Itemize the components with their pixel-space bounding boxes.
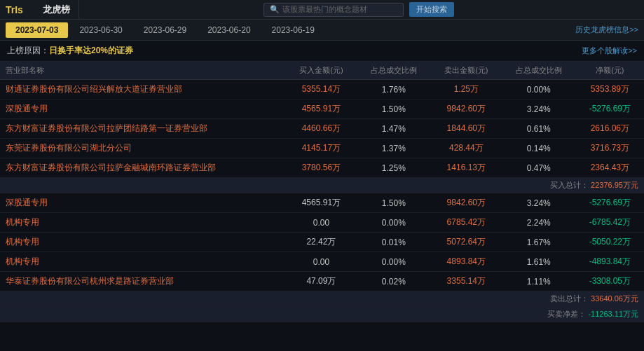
more-link[interactable]: 更多个股解读>> bbox=[582, 46, 637, 56]
row-buy: 4145.17万 bbox=[286, 139, 357, 158]
row-sell: 6785.42万 bbox=[431, 213, 502, 233]
row-net: 3716.73万 bbox=[576, 139, 644, 158]
row-net: 5353.89万 bbox=[576, 80, 644, 99]
tab-date-3[interactable]: 2023-06-20 bbox=[198, 22, 260, 38]
row-sell: 1416.13万 bbox=[431, 158, 502, 178]
tab-date-1[interactable]: 2023-06-30 bbox=[69, 22, 132, 38]
buy-total-row: 买入总计： 22376.95万元 bbox=[0, 178, 644, 193]
row-name: 机构专用 bbox=[0, 213, 286, 233]
row-buy-pct: 1.76% bbox=[357, 80, 431, 99]
row-net: -3308.05万 bbox=[576, 272, 644, 291]
tab-date-0[interactable]: 2023-07-03 bbox=[6, 22, 68, 38]
row-buy: 22.42万 bbox=[286, 233, 357, 252]
row-sell-pct: 0.14% bbox=[502, 139, 576, 158]
buy-row: 东方财富证券股份有限公司拉萨团结路第一证券营业部 4460.66万 1.47% … bbox=[0, 119, 644, 139]
row-name: 机构专用 bbox=[0, 233, 286, 252]
row-sell-pct: 1.11% bbox=[502, 272, 576, 291]
row-buy: 4460.66万 bbox=[286, 119, 357, 139]
sell-row: 机构专用 0.00 0.00% 6785.42万 2.24% -6785.42万 bbox=[0, 213, 644, 233]
row-buy-pct: 1.25% bbox=[357, 158, 431, 178]
buy-row: 财通证券股份有限公司绍兴解放大道证券营业部 5355.14万 1.76% 1.2… bbox=[0, 80, 644, 99]
sell-row: 华泰证券股份有限公司杭州求是路证券营业部 47.09万 0.02% 3355.1… bbox=[0, 272, 644, 291]
top-bar: TrIs 龙虎榜 🔍 该股票最热门的概念题材 开始搜索 bbox=[0, 0, 644, 20]
tab-date-2[interactable]: 2023-06-29 bbox=[134, 22, 196, 38]
row-sell: 3355.14万 bbox=[431, 272, 502, 291]
row-sell: 9842.60万 bbox=[431, 193, 502, 213]
row-buy: 5355.14万 bbox=[286, 80, 357, 99]
row-buy: 0.00 bbox=[286, 213, 357, 233]
row-name: 东莞证券股份有限公司湖北分公司 bbox=[0, 139, 286, 158]
row-buy-pct: 0.02% bbox=[357, 272, 431, 291]
diff-row: 买卖净差： -11263.11万元 bbox=[0, 307, 644, 322]
reason-bar: 上榜原因：日换手率达20%的证券 更多个股解读>> bbox=[0, 41, 644, 62]
sell-row: 机构专用 22.42万 0.01% 5072.64万 1.67% -5050.2… bbox=[0, 233, 644, 252]
row-name: 财通证券股份有限公司绍兴解放大道证券营业部 bbox=[0, 80, 286, 99]
row-sell: 9842.60万 bbox=[431, 99, 502, 119]
row-name: 机构专用 bbox=[0, 252, 286, 272]
row-buy: 0.00 bbox=[286, 252, 357, 272]
row-net: 2364.43万 bbox=[576, 158, 644, 178]
sell-total-label: 卖出总计： bbox=[550, 294, 589, 303]
search-placeholder: 该股票最热门的概念题材 bbox=[282, 4, 367, 15]
row-sell-pct: 1.61% bbox=[502, 252, 576, 272]
buy-row: 东方财富证券股份有限公司拉萨金融城南环路证券营业部 3780.56万 1.25%… bbox=[0, 158, 644, 178]
sell-total-row: 卖出总计： 33640.06万元 bbox=[0, 291, 644, 307]
reason-prefix: 上榜原因： bbox=[7, 46, 49, 55]
history-link[interactable]: 历史龙虎榜信息>> bbox=[575, 25, 638, 35]
buy-row: 深股通专用 4565.91万 1.50% 9842.60万 3.24% -527… bbox=[0, 99, 644, 119]
col-header-sell: 卖出金额(元) bbox=[431, 62, 502, 80]
row-buy-pct: 1.50% bbox=[357, 193, 431, 213]
date-tabs: 2023-07-03 2023-06-30 2023-06-29 2023-06… bbox=[0, 20, 644, 41]
row-buy-pct: 1.50% bbox=[357, 99, 431, 119]
reason-highlight: 日换手率达20%的证券 bbox=[49, 46, 133, 55]
table-wrapper: 营业部名称 买入金额(元) 占总成交比例 卖出金额(元) 占总成交比例 净额(元… bbox=[0, 62, 644, 322]
diff-label: 买卖净差： bbox=[547, 310, 586, 318]
row-net: 2616.06万 bbox=[576, 119, 644, 139]
table-header-row: 营业部名称 买入金额(元) 占总成交比例 卖出金额(元) 占总成交比例 净额(元… bbox=[0, 62, 644, 80]
row-sell-pct: 1.67% bbox=[502, 233, 576, 252]
sell-row: 机构专用 0.00 0.00% 4893.84万 1.61% -4893.84万 bbox=[0, 252, 644, 272]
row-sell-pct: 3.24% bbox=[502, 193, 576, 213]
row-sell-pct: 0.47% bbox=[502, 158, 576, 178]
row-buy-pct: 0.00% bbox=[357, 252, 431, 272]
row-sell: 5072.64万 bbox=[431, 233, 502, 252]
row-name: 深股通专用 bbox=[0, 193, 286, 213]
row-sell-pct: 0.61% bbox=[502, 119, 576, 139]
row-net: -5276.69万 bbox=[576, 99, 644, 119]
row-sell: 1844.60万 bbox=[431, 119, 502, 139]
open-button[interactable]: 开始搜索 bbox=[409, 2, 454, 17]
row-net: -5276.69万 bbox=[576, 193, 644, 213]
search-area: 🔍 该股票最热门的概念题材 开始搜索 bbox=[79, 2, 638, 17]
row-net: -6785.42万 bbox=[576, 213, 644, 233]
row-sell-pct: 3.24% bbox=[502, 99, 576, 119]
page-title: 龙虎榜 bbox=[34, 0, 79, 19]
search-box[interactable]: 🔍 该股票最热门的概念题材 bbox=[263, 3, 404, 17]
row-sell: 4893.84万 bbox=[431, 252, 502, 272]
row-buy: 47.09万 bbox=[286, 272, 357, 291]
sell-row: 深股通专用 4565.91万 1.50% 9842.60万 3.24% -527… bbox=[0, 193, 644, 213]
row-sell-pct: 0.00% bbox=[502, 80, 576, 99]
col-header-sell-pct: 占总成交比例 bbox=[502, 62, 576, 80]
row-name: 华泰证券股份有限公司杭州求是路证券营业部 bbox=[0, 272, 286, 291]
row-sell: 428.44万 bbox=[431, 139, 502, 158]
sell-total-value: 33640.06万元 bbox=[591, 294, 638, 303]
buy-total-label: 买入总计： bbox=[550, 181, 589, 189]
col-header-net: 净额(元) bbox=[576, 62, 644, 80]
row-buy: 3780.56万 bbox=[286, 158, 357, 178]
col-header-buy-pct: 占总成交比例 bbox=[357, 62, 431, 80]
row-buy: 4565.91万 bbox=[286, 193, 357, 213]
row-buy-pct: 1.37% bbox=[357, 139, 431, 158]
row-net: -5050.22万 bbox=[576, 233, 644, 252]
col-header-buy: 买入金额(元) bbox=[286, 62, 357, 80]
row-sell: 1.25万 bbox=[431, 80, 502, 99]
row-name: 东方财富证券股份有限公司拉萨金融城南环路证券营业部 bbox=[0, 158, 286, 178]
row-buy-pct: 0.00% bbox=[357, 213, 431, 233]
buy-total-value: 22376.95万元 bbox=[591, 181, 638, 189]
diff-value: -11263.11万元 bbox=[588, 310, 638, 318]
buy-row: 东莞证券股份有限公司湖北分公司 4145.17万 1.37% 428.44万 0… bbox=[0, 139, 644, 158]
row-sell-pct: 2.24% bbox=[502, 213, 576, 233]
reason-text: 上榜原因：日换手率达20%的证券 bbox=[7, 45, 133, 57]
main-table: 营业部名称 买入金额(元) 占总成交比例 卖出金额(元) 占总成交比例 净额(元… bbox=[0, 62, 644, 322]
tab-date-4[interactable]: 2023-06-19 bbox=[262, 22, 324, 38]
row-buy-pct: 1.47% bbox=[357, 119, 431, 139]
